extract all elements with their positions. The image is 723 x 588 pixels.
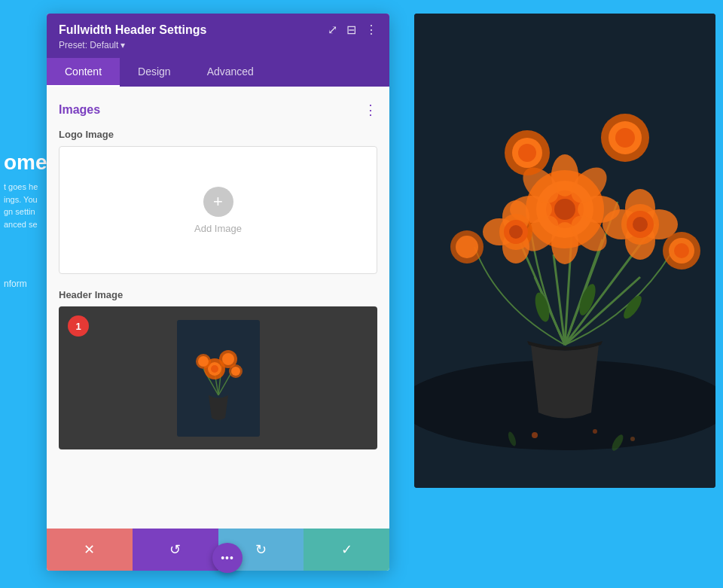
svg-point-34 <box>633 217 648 232</box>
bg-ome-text: ome <box>4 151 47 175</box>
save-icon: ✓ <box>341 541 352 558</box>
svg-point-43 <box>674 243 689 258</box>
panel-title: Fullwidth Header Settings <box>59 23 206 37</box>
more-icon[interactable]: ⋮ <box>365 23 377 37</box>
save-button[interactable]: ✓ <box>304 529 389 571</box>
plus-icon: + <box>213 192 223 212</box>
svg-point-65 <box>198 356 209 367</box>
fab-dots-icon: ••• <box>221 552 234 564</box>
preset-label: Preset: Default <box>59 40 118 50</box>
bg-inform-text: nform <box>4 279 27 289</box>
header-image-label: Header Image <box>59 289 377 300</box>
cancel-button[interactable]: ✕ <box>47 529 133 571</box>
tab-advanced[interactable]: Advanced <box>189 58 272 87</box>
undo-button[interactable]: ↺ <box>133 529 218 571</box>
svg-point-51 <box>630 437 635 441</box>
header-image-area[interactable]: 1 <box>59 306 377 449</box>
preset-selector[interactable]: Preset: Default ▾ <box>59 40 377 50</box>
flower-thumbnail <box>177 320 260 437</box>
panel-tabs: Content Design Advanced <box>47 58 389 87</box>
logo-image-label: Logo Image <box>59 129 377 140</box>
svg-point-27 <box>509 225 523 239</box>
svg-point-13 <box>554 199 575 220</box>
preset-arrow-icon: ▾ <box>120 40 125 50</box>
logo-image-upload[interactable]: + Add Image <box>59 146 377 274</box>
tab-design[interactable]: Design <box>120 58 189 87</box>
section-images-header: Images ⋮ <box>59 102 377 118</box>
bg-body-text: t goes he ings. You gn settin anced se <box>4 181 45 230</box>
section-menu-icon[interactable]: ⋮ <box>364 102 377 118</box>
section-images-title: Images <box>59 103 100 117</box>
svg-point-45 <box>456 236 478 258</box>
redo-icon: ↻ <box>255 541 267 558</box>
add-image-text: Add Image <box>194 223 242 234</box>
add-image-circle: + <box>203 187 233 217</box>
svg-point-67 <box>231 367 240 376</box>
undo-icon: ↺ <box>169 541 181 558</box>
panel-body: Images ⋮ Logo Image + Add Image Header I… <box>47 87 389 529</box>
svg-point-50 <box>593 429 597 434</box>
expand-icon[interactable]: ⤢ <box>328 23 337 37</box>
svg-point-63 <box>222 353 234 365</box>
image-badge: 1 <box>68 315 89 337</box>
split-icon[interactable]: ⊟ <box>346 23 356 37</box>
cancel-icon: ✕ <box>84 541 95 558</box>
svg-point-40 <box>615 128 635 148</box>
tab-content[interactable]: Content <box>47 58 120 87</box>
svg-point-49 <box>532 432 538 438</box>
svg-point-37 <box>518 144 536 162</box>
fab-button[interactable]: ••• <box>212 543 243 573</box>
svg-point-61 <box>211 365 218 373</box>
panel-header-icons: ⤢ ⊟ ⋮ <box>328 23 377 37</box>
panel-header: Fullwidth Header Settings ⤢ ⊟ ⋮ Preset: … <box>47 14 389 58</box>
settings-panel: Fullwidth Header Settings ⤢ ⊟ ⋮ Preset: … <box>47 14 389 571</box>
preview-image <box>414 14 715 488</box>
